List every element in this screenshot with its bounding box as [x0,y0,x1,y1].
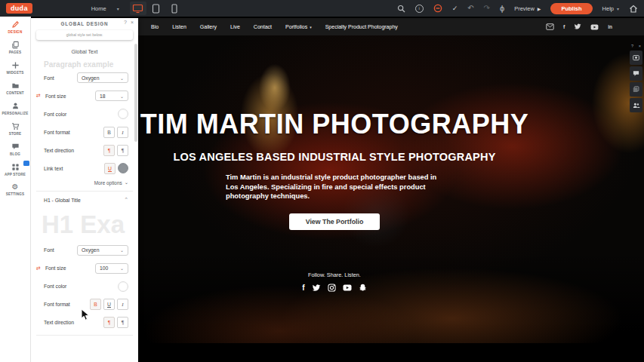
device-switcher [130,2,183,15]
sidebar-item-store[interactable]: STORE [0,118,30,139]
view-portfolio-button[interactable]: View The Portfolio [289,213,381,230]
h1-font-size-row: ⇄ Font size 100 ⌄ [44,259,128,278]
nav-item-bio[interactable]: Bio [151,24,159,29]
facebook-icon[interactable]: f [563,24,565,29]
layers-button[interactable] [630,82,642,97]
font-size-value: 18 [100,94,106,99]
chevron-down-icon: ▾ [617,6,619,11]
snapchat-icon[interactable] [359,284,367,293]
site-preview: Bio Listen Gallery Live Contact Portfoli… [138,17,644,362]
nav-item-specialty[interactable]: Specialty Product Photography [325,24,398,29]
h1-section-header[interactable]: H1 - Global Title ⌃ [44,192,128,208]
chevron-down-icon: ⌄ [120,265,124,271]
page-selector-label: Home [91,5,106,12]
nav-item-live[interactable]: Live [230,24,240,29]
hero-section: TIM MARTIN PHOTOGRAPHY LOS ANGELES BASED… [138,35,644,343]
more-options-link[interactable]: More options ⌄ [41,177,128,188]
youtube-icon[interactable] [590,24,599,30]
nav-label: Portfolios [285,24,307,29]
info-button[interactable]: i [415,5,424,13]
h1-font-color-swatch[interactable] [118,281,128,292]
save-check-button[interactable]: ✓ [452,5,458,12]
site-title[interactable]: TIM MARTIN PHOTOGRAPHY [138,111,531,138]
rtl-direction-button[interactable]: ¶ [117,145,128,156]
media-button[interactable] [630,51,642,65]
h1-example-preview: H1 Exa [42,210,138,240]
panel-scrollbar[interactable] [134,44,137,142]
sidebar-item-personalize[interactable]: PERSONALIZE [0,98,30,118]
link-color-swatch[interactable] [118,163,128,173]
tablet-view-button[interactable] [148,2,165,15]
preview-button[interactable]: Preview ▶ [514,5,541,12]
sidebar-item-settings[interactable]: ⚙ SETTINGS [0,179,30,200]
panel-close-button[interactable]: × [131,20,134,25]
desktop-view-button[interactable] [130,2,146,15]
quick-toolbar-close[interactable]: × [639,44,641,48]
twitter-icon[interactable] [312,284,321,292]
chevron-down-icon: ⌄ [120,247,124,253]
redo-button[interactable]: ↷ [484,5,490,12]
help-dropdown[interactable]: Help ▾ [602,5,619,12]
email-icon[interactable] [546,23,554,30]
portfolios-heading[interactable]: PORTFOLIOS [138,343,531,362]
search-button[interactable] [397,5,405,13]
mouse-cursor [81,308,90,321]
font-color-swatch[interactable] [118,109,128,119]
sidebar-item-pages[interactable]: PAGES [0,37,30,57]
panel-help-button[interactable]: ? [124,20,127,25]
font-label: Font [44,75,54,81]
h1-font-size-dropdown[interactable]: 100 ⌄ [95,263,128,274]
comments-button[interactable] [630,66,642,81]
italic-button[interactable]: I [117,127,128,138]
h1-italic-button[interactable]: I [117,299,128,310]
h1-ltr-direction-button[interactable]: ¶ [103,317,115,328]
h1-underline-button[interactable]: U [103,299,115,310]
team-button[interactable] [630,98,642,112]
instagram-icon[interactable] [328,284,336,292]
sidebar-label: STORE [9,132,22,136]
publish-button[interactable]: Publish [550,3,592,14]
account-status-button[interactable] [433,4,442,13]
sidebar-label: WIDGETS [7,71,24,75]
chevron-down-icon: ⌄ [120,75,124,81]
link-text-row: Link text U [44,159,128,177]
sidebar-item-blog[interactable]: BLOG [0,139,30,159]
link-text-label: Link text [44,166,63,171]
nav-item-contact[interactable]: Contact [254,24,272,29]
dashboard-home-button[interactable] [629,5,638,13]
sidebar-item-content[interactable]: CONTENT [0,78,30,98]
site-description[interactable]: Tim Martin is an industrial style produc… [226,173,443,201]
sidebar-item-design[interactable]: DESIGN [0,17,30,37]
sidebar-item-widgets[interactable]: WIDGETS [0,57,30,78]
nav-item-listen[interactable]: Listen [172,24,186,29]
duda-logo[interactable]: duda [6,3,32,14]
quick-toolbar-help[interactable]: ? [631,44,633,48]
font-size-dropdown[interactable]: 18 ⌄ [95,90,128,101]
sidebar-item-app-store[interactable]: APP STORE [0,159,30,179]
camera-icon [633,54,639,61]
ltr-direction-button[interactable]: ¶ [103,145,115,156]
link-underline-button[interactable]: U [104,163,116,174]
site-subtitle[interactable]: LOS ANGELES BASED INDUSTRIAL STYLE PHOTO… [138,151,531,163]
h1-rtl-direction-button[interactable]: ¶ [117,317,128,328]
youtube-icon[interactable] [343,284,352,291]
nav-item-portfolios[interactable]: Portfolios ▾ [285,24,312,29]
h1-bold-button[interactable]: B [90,299,101,310]
facebook-icon[interactable]: f [302,284,304,292]
sidebar-label: CONTENT [6,91,24,95]
sidebar-label: DESIGN [8,30,23,34]
dev-mode-button[interactable]: ϕ [500,5,504,13]
font-dropdown[interactable]: Oxygen ⌄ [77,72,128,83]
font-color-label: Font color [44,112,66,117]
panel-title: GLOBAL DESIGN [61,21,109,26]
nav-item-gallery[interactable]: Gallery [200,24,217,29]
twitter-icon[interactable] [574,23,581,30]
linkedin-icon[interactable]: in [608,24,612,29]
account-status-icon [433,4,442,13]
mobile-view-button[interactable] [166,2,183,15]
h1-font-dropdown[interactable]: Oxygen ⌄ [77,245,128,256]
plus-icon [11,61,20,69]
page-selector-dropdown[interactable]: Home ▾ [91,5,119,12]
undo-button[interactable]: ↶ [467,5,473,12]
bold-button[interactable]: B [103,127,115,138]
